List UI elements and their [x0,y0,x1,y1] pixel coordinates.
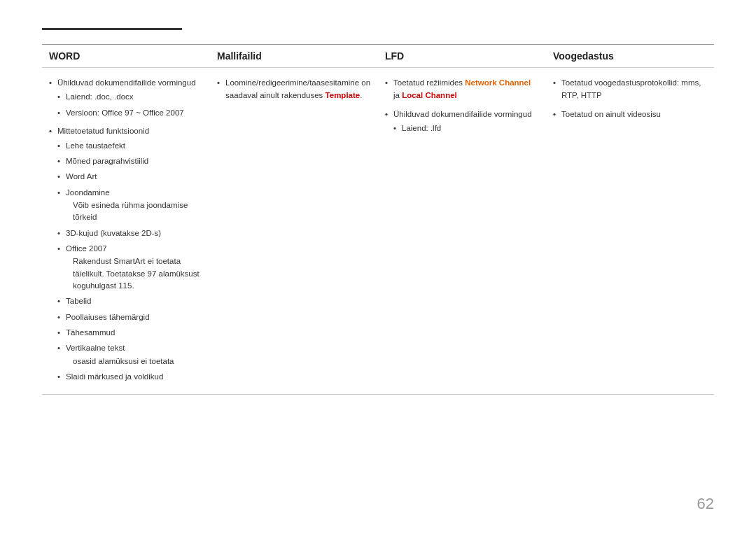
table-header: WORD Mallifailid LFD Voogedastus [42,45,714,68]
lfd-column: Toetatud režiimides Network Channel ja L… [378,76,546,386]
word-sub-2-5: 3D-kujud (kuvatakse 2D-s) [57,227,203,239]
header-voogedastus: Voogedastus [546,50,714,62]
word-item-1: Ühilduvad dokumendifailide vormingud Lai… [49,76,203,119]
word-sub-2-3: Word Art [57,170,203,183]
header-mallifailid: Mallifailid [210,50,378,62]
table-wrapper: WORD Mallifailid LFD Voogedastus Ühilduv… [42,44,714,395]
top-bar-line [42,28,182,30]
word-sub-2-10: Vertikaalne tekst osasid alamüksusi ei t… [57,342,203,367]
word-sub-2-6: Office 2007 Rakendust SmartArt ei toetat… [57,242,203,292]
mallifailid-item-1: Loomine/redigeerimine/taasesitamine on s… [217,76,371,102]
lfd-item-1: Toetatud režiimides Network Channel ja L… [385,76,539,102]
word-sub-2-7: Tabelid [57,295,203,307]
mallifailid-column: Loomine/redigeerimine/taasesitamine on s… [210,76,378,386]
word-sub-2-4-note: Võib esineda rühma joondamise tõrkeid [66,199,203,224]
word-sub-2-1: Lehe taustaefekt [57,139,203,152]
word-sub-2-4: Joondamine Võib esineda rühma joondamise… [57,186,203,224]
voogedastus-item-2: Toetatud on ainult videosisu [553,108,707,120]
table-body: Ühilduvad dokumendifailide vormingud Lai… [42,68,714,395]
word-sub-2-8: Poollaiuses tähemärgid [57,311,203,323]
word-sub-2-2: Mõned paragrahvistiilid [57,155,203,167]
word-sub-2-9: Tähesammud [57,326,203,339]
word-sub-2-11: Slaidi märkused ja voldikud [57,370,203,383]
word-column: Ühilduvad dokumendifailide vormingud Lai… [42,76,210,386]
word-sub-2-6-note: Rakendust SmartArt ei toetata täielikult… [66,255,203,292]
voogedastus-column: Toetatud voogedastusprotokollid: mms, RT… [546,76,714,386]
page-container: WORD Mallifailid LFD Voogedastus Ühilduv… [0,0,756,534]
voogedastus-item-1: Toetatud voogedastusprotokollid: mms, RT… [553,76,707,102]
word-item-2: Mittetoetatud funktsioonid Lehe taustaef… [49,125,203,383]
word-sub-1-1: Laiend: .doc, .docx [57,90,203,103]
header-lfd: LFD [378,50,546,62]
word-sub-2-10-note: osasid alamüksusi ei toetata [66,356,203,367]
header-word: WORD [42,50,210,62]
page-number: 62 [697,495,714,513]
word-sub-1-2: Versioon: Office 97 ~ Office 2007 [57,106,203,119]
lfd-sub-2-1: Laiend: .lfd [393,122,539,134]
lfd-item-2: Ühilduvad dokumendifailide vormingud Lai… [385,108,539,135]
